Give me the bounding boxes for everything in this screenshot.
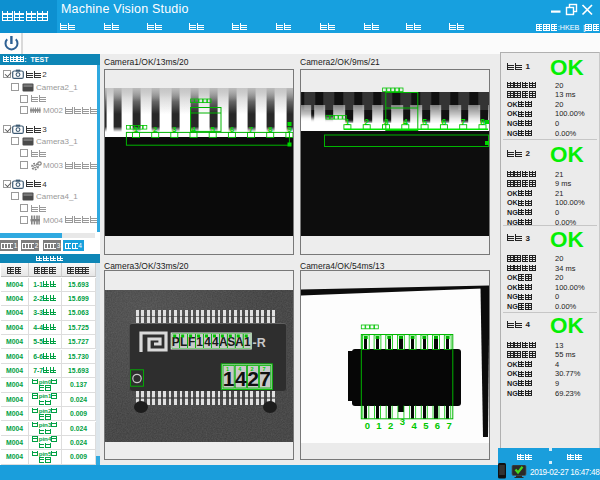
svg-text:8: 8 bbox=[480, 117, 485, 127]
svg-text:4: 4 bbox=[403, 117, 408, 127]
svg-text:6: 6 bbox=[442, 117, 447, 127]
svg-text:2: 2 bbox=[364, 117, 369, 127]
svg-text:7: 7 bbox=[461, 117, 466, 127]
svg-text:5: 5 bbox=[423, 420, 429, 431]
svg-text:2: 2 bbox=[388, 420, 393, 431]
svg-text:4: 4 bbox=[411, 420, 417, 431]
svg-text:0: 0 bbox=[365, 420, 370, 431]
svg-text:2: 2 bbox=[250, 366, 253, 372]
svg-text:6: 6 bbox=[435, 420, 440, 431]
svg-text:3: 3 bbox=[384, 117, 389, 127]
svg-text:1: 1 bbox=[226, 366, 229, 372]
svg-text:7: 7 bbox=[263, 366, 266, 372]
svg-text:7: 7 bbox=[447, 420, 452, 431]
svg-text:3: 3 bbox=[400, 416, 405, 427]
svg-text:1: 1 bbox=[376, 420, 382, 431]
svg-text:-R: -R bbox=[253, 336, 266, 350]
svg-text:5: 5 bbox=[422, 117, 427, 127]
svg-text:1: 1 bbox=[345, 117, 350, 127]
